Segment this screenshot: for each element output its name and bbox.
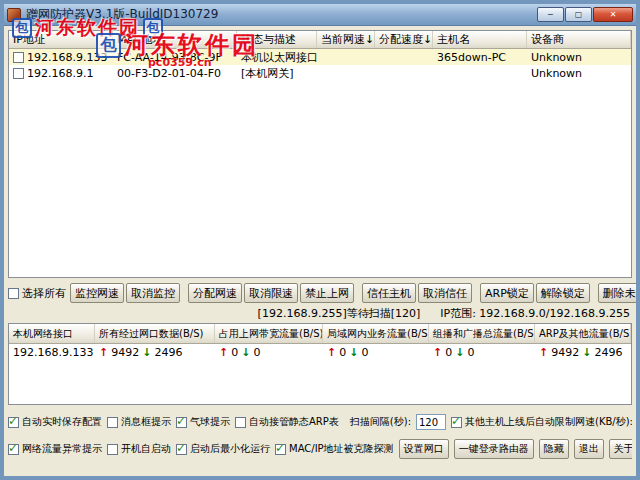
auto-start-checkbox[interactable] xyxy=(107,444,118,455)
col-hostname[interactable]: 主机名 xyxy=(433,31,527,48)
trust-host-button[interactable]: 信任主机 xyxy=(362,283,416,303)
traffic-table-empty-area xyxy=(9,360,631,404)
setting-static-arp[interactable]: 自动接管静态ARP表 xyxy=(235,415,339,429)
traffic-broadcast: ↑ 0 ↓ 0 xyxy=(429,346,535,359)
upload-value: 0 xyxy=(231,346,238,359)
download-arrow-icon: ↓ xyxy=(455,346,464,359)
app-window: 蹭网防护器V3.1版-BuildID130729 ─ ▢ ✕ IP地址 MAC地… xyxy=(0,0,640,480)
traffic-internet: ↑ 0 ↓ 0 xyxy=(215,346,323,359)
upload-arrow-icon: ↑ xyxy=(99,346,108,359)
toolbar: 选择所有 监控网速 取消监控 分配网速 取消限速 禁止上网 信任主机 取消信任 … xyxy=(8,282,632,304)
setting-label: MAC/IP地址被克隆探测 xyxy=(289,442,394,456)
static-arp-checkbox[interactable] xyxy=(235,417,246,428)
col-assigned-speed[interactable]: 分配速度↓ xyxy=(375,31,433,48)
auto-save-checkbox[interactable] xyxy=(8,417,19,428)
setting-messagebox-alert[interactable]: 消息框提示 xyxy=(107,415,171,429)
host-row[interactable]: 192.168.9.1 00-F3-D2-01-04-F0 [本机网关] Unk… xyxy=(9,65,631,81)
titlebar[interactable]: 蹭网防护器V3.1版-BuildID130729 ─ ▢ ✕ xyxy=(4,4,636,26)
row-checkbox[interactable] xyxy=(13,68,24,79)
setting-speed-limit[interactable]: 其他主机上线后自动限制网速(KB/秒): xyxy=(451,415,632,429)
setting-clone-detect[interactable]: MAC/IP地址被克隆探测 xyxy=(275,442,394,456)
setting-label: 启动后最小化运行 xyxy=(190,442,270,456)
host-vendor: Unknown xyxy=(527,67,631,80)
traffic-table: 本机网络接口 所有经过网口数据(B/S) 占用上网带宽流量(B/S) 局域网内业… xyxy=(8,323,632,405)
setting-balloon-tip[interactable]: 气球提示 xyxy=(176,415,230,429)
download-arrow-icon: ↓ xyxy=(582,346,591,359)
set-network-port-button[interactable]: 设置网口 xyxy=(399,439,449,459)
cancel-limit-button[interactable]: 取消限速 xyxy=(244,283,298,303)
upload-value: 9492 xyxy=(551,346,579,359)
scan-status-text: [192.168.9.255]等待扫描[120] xyxy=(258,306,421,321)
setting-label: 自动实时保存配置 xyxy=(22,415,102,429)
col-broadcast-traffic: 组播和广播总流量(B/S) xyxy=(429,324,535,343)
client-area: IP地址 MAC地址 状态与描述 当前网速↓ 分配速度↓ 主机名 设备商 192… xyxy=(4,26,636,476)
settings-row-2: 网络流量异常提示 开机自启动 启动后最小化运行 MAC/IP地址被克隆探测 设置… xyxy=(8,439,632,459)
col-arp-traffic: ARP及其他流量(B/S) xyxy=(535,324,631,343)
scan-interval-input[interactable] xyxy=(416,414,446,430)
setting-auto-save-config[interactable]: 自动实时保存配置 xyxy=(8,415,102,429)
upload-value: 9492 xyxy=(111,346,139,359)
download-arrow-icon: ↓ xyxy=(241,346,250,359)
host-vendor: Unknown xyxy=(527,51,631,64)
speed-limit-checkbox[interactable] xyxy=(451,417,462,428)
traffic-anomaly-checkbox[interactable] xyxy=(8,444,19,455)
settings-row-1: 自动实时保存配置 消息框提示 气球提示 自动接管静态ARP表 扫描间隔(秒): … xyxy=(8,414,632,430)
hide-button[interactable]: 隐藏 xyxy=(539,439,569,459)
download-value: 2496 xyxy=(154,346,182,359)
download-value: 0 xyxy=(467,346,474,359)
balloon-tip-checkbox[interactable] xyxy=(176,417,187,428)
hosts-table: IP地址 MAC地址 状态与描述 当前网速↓ 分配速度↓ 主机名 设备商 192… xyxy=(8,30,632,278)
select-all-checkbox[interactable] xyxy=(8,288,19,299)
download-arrow-icon: ↓ xyxy=(142,346,151,359)
app-icon xyxy=(7,8,21,22)
row-checkbox[interactable] xyxy=(13,52,24,63)
setting-traffic-anomaly-alert[interactable]: 网络流量异常提示 xyxy=(8,442,102,456)
close-button[interactable]: ✕ xyxy=(593,7,633,22)
host-row[interactable]: 192.168.9.133 FC-AA-14-93-8C-9F 本机以太网接口 … xyxy=(9,49,631,65)
setting-label: 网络流量异常提示 xyxy=(22,442,102,456)
setting-start-minimized[interactable]: 启动后最小化运行 xyxy=(176,442,270,456)
traffic-total: ↑ 9492 ↓ 2496 xyxy=(95,346,215,359)
traffic-interface: 192.168.9.133 xyxy=(9,346,95,359)
col-vendor[interactable]: 设备商 xyxy=(527,31,631,48)
maximize-button[interactable]: ▢ xyxy=(565,7,592,22)
upload-arrow-icon: ↑ xyxy=(433,346,442,359)
ip-range-text: IP范围: 192.168.9.0/192.168.9.255 xyxy=(440,306,630,321)
traffic-lan: ↑ 0 ↓ 0 xyxy=(323,346,429,359)
cancel-monitor-button[interactable]: 取消监控 xyxy=(126,283,180,303)
hosts-table-header: IP地址 MAC地址 状态与描述 当前网速↓ 分配速度↓ 主机名 设备商 xyxy=(9,31,631,49)
login-router-button[interactable]: 一键登录路由器 xyxy=(454,439,534,459)
arp-lock-button[interactable]: ARP锁定 xyxy=(480,283,534,303)
host-mac: FC-AA-14-93-8C-9F xyxy=(113,51,237,64)
arp-unlock-button[interactable]: 解除锁定 xyxy=(536,283,590,303)
col-internet-traffic: 占用上网带宽流量(B/S) xyxy=(215,324,323,343)
host-mac: 00-F3-D2-01-04-F0 xyxy=(113,67,237,80)
traffic-table-header: 本机网络接口 所有经过网口数据(B/S) 占用上网带宽流量(B/S) 局域网内业… xyxy=(9,324,631,344)
block-internet-button[interactable]: 禁止上网 xyxy=(300,283,354,303)
delete-offline-hosts-button[interactable]: 删除未上线主机 xyxy=(598,283,640,303)
col-total-traffic: 所有经过网口数据(B/S) xyxy=(95,324,215,343)
download-value: 0 xyxy=(361,346,368,359)
traffic-row[interactable]: 192.168.9.133 ↑ 9492 ↓ 2496 ↑ 0 ↓ 0 ↑ 0 … xyxy=(9,344,631,360)
col-ip[interactable]: IP地址 xyxy=(9,31,113,48)
assign-speed-button[interactable]: 分配网速 xyxy=(188,283,242,303)
col-mac[interactable]: MAC地址 xyxy=(113,31,237,48)
start-minimized-checkbox[interactable] xyxy=(176,444,187,455)
setting-label: 自动接管静态ARP表 xyxy=(249,415,339,429)
upload-arrow-icon: ↑ xyxy=(219,346,228,359)
col-current-speed[interactable]: 当前网速↓ xyxy=(317,31,375,48)
minimize-button[interactable]: ─ xyxy=(537,7,564,22)
host-status: [本机网关] xyxy=(237,66,317,81)
exit-button[interactable]: 退出 xyxy=(574,439,604,459)
messagebox-alert-checkbox[interactable] xyxy=(107,417,118,428)
select-all[interactable]: 选择所有 xyxy=(8,286,66,301)
about-button[interactable]: 关于 xyxy=(609,439,632,459)
upload-value: 0 xyxy=(339,346,346,359)
col-status[interactable]: 状态与描述 xyxy=(237,31,317,48)
clone-detect-checkbox[interactable] xyxy=(275,444,286,455)
monitor-speed-button[interactable]: 监控网速 xyxy=(70,283,124,303)
setting-label: 消息框提示 xyxy=(121,415,171,429)
setting-label: 气球提示 xyxy=(190,415,230,429)
setting-auto-start[interactable]: 开机自启动 xyxy=(107,442,171,456)
untrust-host-button[interactable]: 取消信任 xyxy=(418,283,472,303)
